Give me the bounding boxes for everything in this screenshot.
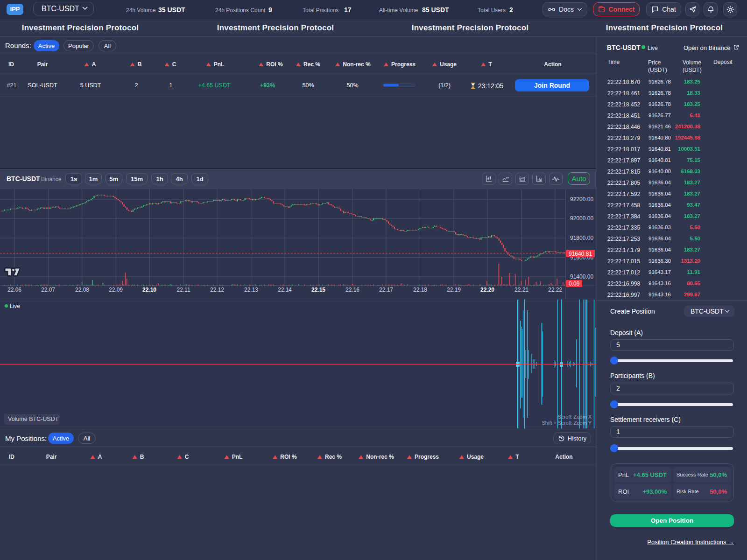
svg-text:92000.00: 92000.00: [570, 215, 593, 222]
svg-text:22.06: 22.06: [7, 287, 21, 293]
svg-text:91800.00: 91800.00: [570, 235, 593, 241]
svg-text:22.15: 22.15: [311, 287, 325, 293]
svg-text:22.18: 22.18: [413, 287, 427, 293]
svg-text:22.08: 22.08: [75, 287, 89, 293]
svg-text:22.20: 22.20: [480, 287, 494, 293]
svg-text:22.14: 22.14: [278, 287, 292, 293]
svg-text:22.13: 22.13: [244, 287, 258, 293]
svg-text:22.19: 22.19: [447, 287, 461, 293]
svg-text:22.07: 22.07: [41, 287, 55, 293]
svg-text:22.09: 22.09: [109, 287, 123, 293]
svg-text:22.21: 22.21: [514, 287, 529, 293]
svg-text:0.09: 0.09: [569, 280, 580, 287]
svg-text:22.11: 22.11: [176, 287, 190, 293]
svg-text:91640.81: 91640.81: [569, 251, 592, 257]
svg-text:22.22: 22.22: [548, 287, 562, 293]
svg-text:92200.00: 92200.00: [570, 196, 593, 203]
svg-text:22.17: 22.17: [379, 287, 393, 293]
svg-text:22.16: 22.16: [345, 287, 359, 293]
svg-text:22.10: 22.10: [142, 287, 156, 293]
svg-text:22.12: 22.12: [210, 287, 224, 293]
svg-text:91400.00: 91400.00: [570, 273, 593, 280]
